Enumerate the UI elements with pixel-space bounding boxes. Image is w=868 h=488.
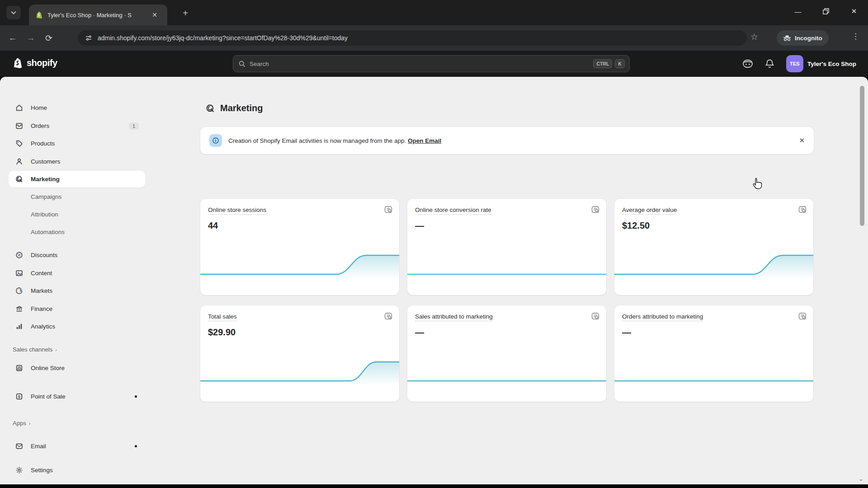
chevron-right-icon: › <box>29 421 31 426</box>
reload-button[interactable]: ⟳ <box>40 33 58 43</box>
tab-title: Tyler's Eco Shop · Marketing · S <box>47 12 146 19</box>
sidebar: Home Orders 1 Products Customers Marketi… <box>0 77 152 484</box>
sidebar-item-point-of-sale[interactable]: $ Point of Sale <box>9 388 145 405</box>
sidebar-item-orders[interactable]: Orders 1 <box>9 117 145 134</box>
bookmark-star-icon[interactable]: ☆ <box>750 32 758 42</box>
shopify-logo[interactable]: shopify <box>13 57 57 69</box>
incognito-icon <box>783 35 791 41</box>
workspace: Home Orders 1 Products Customers Marketi… <box>0 77 868 484</box>
topbar-right: TES Tyler's Eco Shop <box>742 51 856 77</box>
metric-value: $29.90 <box>208 327 399 338</box>
sidebar-item-marketing[interactable]: Marketing <box>9 171 145 188</box>
sidebar-item-email[interactable]: Email <box>9 438 145 455</box>
new-tab-button[interactable]: + <box>179 7 192 19</box>
customers-icon <box>15 158 23 165</box>
shopify-topbar: shopify Search CTRL K TES <box>0 51 868 77</box>
sidebar-item-content[interactable]: Content <box>9 265 145 282</box>
open-email-link[interactable]: Open Email <box>408 137 441 144</box>
explore-report-icon[interactable] <box>591 206 600 214</box>
scrollbar-thumb[interactable] <box>860 86 864 226</box>
browser-tab[interactable]: Tyler's Eco Shop · Marketing · S ✕ <box>29 5 167 25</box>
notification-dot <box>135 395 137 398</box>
sidekick-icon[interactable] <box>742 59 753 69</box>
svg-text:$: $ <box>18 394 20 399</box>
sidebar-item-products[interactable]: Products <box>9 135 145 152</box>
tab-close-icon[interactable]: ✕ <box>150 10 160 20</box>
metric-card-sessions[interactable]: Online store sessions 44 <box>200 199 399 295</box>
metric-title: Orders attributed to marketing <box>622 313 703 321</box>
incognito-badge: Incognito <box>777 30 829 46</box>
banner-close-icon[interactable]: ✕ <box>799 136 805 145</box>
scroll-down-arrow[interactable]: ⌄ <box>859 475 863 482</box>
sparkline-chart <box>407 251 606 279</box>
point-of-sale-icon: $ <box>15 393 23 400</box>
info-icon <box>209 134 222 147</box>
back-button[interactable]: ← <box>4 33 22 43</box>
tab-search-button[interactable] <box>6 6 21 19</box>
sidebar-section-sales-channels[interactable]: Sales channels› <box>13 346 57 353</box>
avatar: TES <box>786 55 803 72</box>
explore-report-icon[interactable] <box>798 206 807 214</box>
metric-card-sales-attributed[interactable]: Sales attributed to marketing — <box>407 305 606 402</box>
metric-title: Sales attributed to marketing <box>415 313 493 321</box>
explore-report-icon[interactable] <box>384 312 393 321</box>
screen: Tyler's Eco Shop · Marketing · S ✕ + — ✕… <box>0 0 868 488</box>
notifications-bell-icon[interactable] <box>765 59 774 69</box>
metric-title: Average order value <box>622 206 677 215</box>
sidebar-item-online-store[interactable]: Online Store <box>9 360 145 376</box>
email-managed-banner: Creation of Shopify Email activities is … <box>200 127 814 154</box>
sidebar-item-settings[interactable]: Settings <box>9 462 145 479</box>
window-close-button[interactable]: ✕ <box>840 0 868 23</box>
notification-dot <box>135 445 137 447</box>
sparkline-chart <box>614 251 813 279</box>
chevron-down-icon <box>11 11 16 14</box>
sidebar-item-attribution[interactable]: Attribution <box>9 206 145 223</box>
explore-report-icon[interactable] <box>591 312 600 321</box>
metric-card-conversion-rate[interactable]: Online store conversion rate — <box>407 199 606 295</box>
metric-card-total-sales[interactable]: Total sales $29.90 <box>200 305 399 402</box>
metric-value: — <box>415 221 606 231</box>
url-bar[interactable]: admin.shopify.com/store/jy63jq-dc/market… <box>78 30 747 46</box>
window-minimize-button[interactable]: — <box>784 0 812 23</box>
sidebar-item-home[interactable]: Home <box>9 99 145 116</box>
sidebar-item-finance[interactable]: Finance <box>9 300 145 317</box>
mouse-cursor <box>751 177 764 192</box>
restore-icon <box>823 8 829 14</box>
incognito-label: Incognito <box>795 35 822 42</box>
sidebar-item-campaigns[interactable]: Campaigns <box>9 188 145 205</box>
svg-text:$: $ <box>20 288 22 292</box>
sidebar-item-discounts[interactable]: Discounts <box>9 247 145 263</box>
sidebar-section-apps[interactable]: Apps› <box>13 420 30 427</box>
online-store-icon <box>15 364 23 372</box>
settings-gear-icon <box>15 466 23 474</box>
markets-icon: $ <box>15 287 23 295</box>
forward-button[interactable]: → <box>22 33 40 43</box>
explore-report-icon[interactable] <box>384 206 393 214</box>
metric-card-average-order-value[interactable]: Average order value $12.50 <box>614 199 813 295</box>
page-header: Marketing <box>206 103 263 113</box>
keycap-k: K <box>615 59 625 68</box>
browser-menu-icon[interactable]: ⋮ <box>852 32 859 41</box>
window-restore-button[interactable] <box>812 0 840 23</box>
sidebar-item-customers[interactable]: Customers <box>9 153 145 170</box>
content-icon <box>15 269 23 277</box>
orders-count-badge: 1 <box>129 122 139 130</box>
metric-title: Total sales <box>208 313 237 321</box>
explore-report-icon[interactable] <box>798 312 807 321</box>
metric-title: Online store conversion rate <box>415 206 491 215</box>
sidebar-item-automations[interactable]: Automations <box>9 224 145 240</box>
shopify-favicon <box>35 11 43 19</box>
store-name: Tyler's Eco Shop <box>807 61 856 67</box>
home-icon <box>15 104 23 112</box>
search-input[interactable]: Search CTRL K <box>233 55 630 72</box>
sparkline-chart <box>407 357 606 385</box>
metric-title: Online store sessions <box>208 206 266 215</box>
metric-value: — <box>622 327 813 338</box>
sidebar-item-analytics[interactable]: Analytics <box>9 318 145 335</box>
metric-card-orders-attributed[interactable]: Orders attributed to marketing — <box>614 305 813 402</box>
site-settings-icon[interactable] <box>85 34 92 42</box>
marketing-page-icon <box>206 104 215 113</box>
sidebar-item-markets[interactable]: $ Markets <box>9 282 145 299</box>
marketing-icon <box>15 175 23 183</box>
store-account-button[interactable]: TES Tyler's Eco Shop <box>786 55 856 72</box>
